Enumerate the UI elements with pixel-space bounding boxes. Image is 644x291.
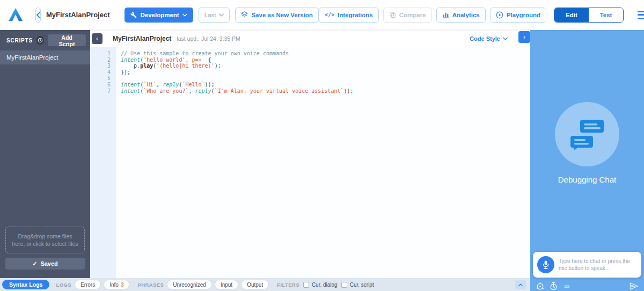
code-style-dropdown[interactable]: Code Style <box>466 35 511 42</box>
line-number: 1 <box>90 50 116 57</box>
line-number: 3 <box>90 63 116 69</box>
line-number: 5 <box>90 75 116 82</box>
file-dropzone[interactable]: Drag&drop some files here, or click to s… <box>5 227 85 253</box>
line-number: 4 <box>90 69 116 76</box>
info-filter-button[interactable]: Info 3 <box>104 280 129 289</box>
editor-script-title: MyFirstAlanProject <box>113 35 171 42</box>
collapse-sidebar-button[interactable]: ‹ <box>92 33 103 44</box>
compare-icon <box>389 11 396 18</box>
code-line[interactable]: intent(`Who are you?`, reply(`I'm Alan, … <box>121 88 530 94</box>
code-gutter: 1234567 <box>90 47 116 278</box>
code-lines[interactable]: // Use this sample to create your own vo… <box>116 47 530 278</box>
history-icon[interactable] <box>36 36 44 45</box>
connect-status-icon[interactable] <box>535 281 545 291</box>
script-list-item[interactable]: MyFirstAlanProject <box>0 50 90 64</box>
line-number: 6 <box>90 82 116 88</box>
chevron-down-icon <box>182 13 187 17</box>
wrench-icon <box>130 12 137 18</box>
line-number: 2 <box>90 57 116 63</box>
chevron-left-icon <box>36 12 40 18</box>
play-circle-icon <box>496 11 503 19</box>
menu-button[interactable] <box>638 10 644 20</box>
cur-script-filter[interactable]: Cur. script <box>341 282 374 288</box>
saved-button[interactable]: ✓ Saved <box>5 258 85 270</box>
saved-label: Saved <box>40 260 57 267</box>
syntax-logs-button[interactable]: Syntax Logs <box>2 280 49 289</box>
phrases-label: PHRASES <box>137 282 164 288</box>
expand-logs-button[interactable] <box>515 280 526 289</box>
chat-toolbar: ∞ <box>530 278 644 291</box>
collapse-chat-button[interactable]: › <box>518 31 530 43</box>
cur-dialog-filter[interactable]: Cur. dialog <box>303 282 338 288</box>
layers-icon <box>241 11 248 18</box>
info-label: Info <box>109 282 119 288</box>
topbar: MyFirstAlanProject Development Last Save… <box>0 0 644 30</box>
code-line[interactable]: // Use this sample to create your own vo… <box>121 50 530 57</box>
last-updated-text: last upd.: Jul 24, 3:35 PM <box>177 35 240 42</box>
analytics-button[interactable]: Analytics <box>436 8 486 23</box>
debugging-chat-title: Debugging Chat <box>558 175 616 184</box>
errors-filter-button[interactable]: Errors <box>75 280 100 289</box>
code-line[interactable]: intent(`Hi`, reply(`Hello`)); <box>121 82 530 88</box>
test-tab[interactable]: Test <box>589 8 623 22</box>
infinity-icon[interactable]: ∞ <box>562 281 572 291</box>
environment-dropdown[interactable]: Development <box>125 8 193 23</box>
edit-test-toggle: Edit Test <box>554 8 624 23</box>
environment-label: Development <box>140 12 179 18</box>
scripts-header-label: SCRIPTS <box>6 38 33 43</box>
playground-label: Playground <box>507 12 540 18</box>
chat-illustration <box>555 102 619 166</box>
bar-chart-icon <box>442 11 449 18</box>
add-script-button[interactable]: Add Script <box>48 34 86 46</box>
chevron-down-icon <box>503 37 508 40</box>
sidebar-header: SCRIPTS Add Script <box>0 30 90 50</box>
compare-button[interactable]: Compare <box>383 8 432 23</box>
scripts-sidebar: SCRIPTS Add Script MyFirstAlanProject Dr… <box>0 30 90 278</box>
alan-logo[interactable] <box>8 6 24 24</box>
edit-tab[interactable]: Edit <box>554 8 589 22</box>
code-line[interactable] <box>121 75 530 82</box>
menu-icon <box>638 11 644 12</box>
compare-label: Compare <box>399 12 426 18</box>
playground-button[interactable]: Playground <box>490 8 546 23</box>
save-version-button[interactable]: Save as New Version <box>235 8 318 23</box>
check-icon: ✓ <box>32 260 37 267</box>
code-line[interactable]: intent('hello world', p=> { <box>121 57 530 63</box>
microphone-icon <box>542 260 550 270</box>
info-count-badge: 3 <box>121 282 124 288</box>
cur-dialog-label: Cur. dialog <box>312 282 338 288</box>
cur-script-checkbox[interactable] <box>341 282 347 288</box>
version-select[interactable]: Last <box>199 8 230 23</box>
integrations-label: Integrations <box>338 12 373 18</box>
filters-label: FILTERS <box>277 282 299 288</box>
input-filter-button[interactable]: Input <box>215 280 238 289</box>
code-line[interactable]: }); <box>121 69 530 76</box>
analytics-label: Analytics <box>452 12 480 18</box>
debugging-chat-panel: Debugging Chat ∞ <box>530 30 644 291</box>
alan-logo-icon <box>8 7 24 23</box>
version-select-value: Last <box>204 12 216 18</box>
unrecognized-filter-button[interactable]: Unrecognized <box>167 280 211 289</box>
code-editor: ‹ MyFirstAlanProject last upd.: Jul 24, … <box>90 30 530 278</box>
chat-text-input[interactable] <box>554 256 637 274</box>
integrations-button[interactable]: </> Integrations <box>319 8 379 23</box>
cur-dialog-checkbox[interactable] <box>303 282 309 288</box>
send-icon[interactable] <box>629 281 639 291</box>
chat-bubbles-icon <box>569 119 605 150</box>
chat-input-box <box>533 252 641 278</box>
timer-icon[interactable] <box>548 281 558 291</box>
code-line[interactable]: p.play('(hello|hi there)'); <box>121 63 530 69</box>
cur-script-label: Cur. script <box>350 282 374 288</box>
line-number: 7 <box>90 88 116 94</box>
save-version-label: Save as New Version <box>251 12 312 18</box>
editor-header: ‹ MyFirstAlanProject last upd.: Jul 24, … <box>90 30 530 47</box>
logs-label: LOGS <box>56 282 71 288</box>
project-title: MyFirstAlanProject <box>46 11 109 19</box>
chevron-down-icon <box>219 13 224 17</box>
output-filter-button[interactable]: Output <box>241 280 268 289</box>
mic-button[interactable] <box>537 256 554 273</box>
back-button[interactable] <box>35 8 41 23</box>
logs-bottombar: Syntax Logs LOGS Errors Info 3 PHRASES U… <box>0 278 530 291</box>
topbar-right-group: </> Integrations Compare Analytics Playg… <box>319 8 644 23</box>
chevron-up-icon <box>518 283 523 287</box>
